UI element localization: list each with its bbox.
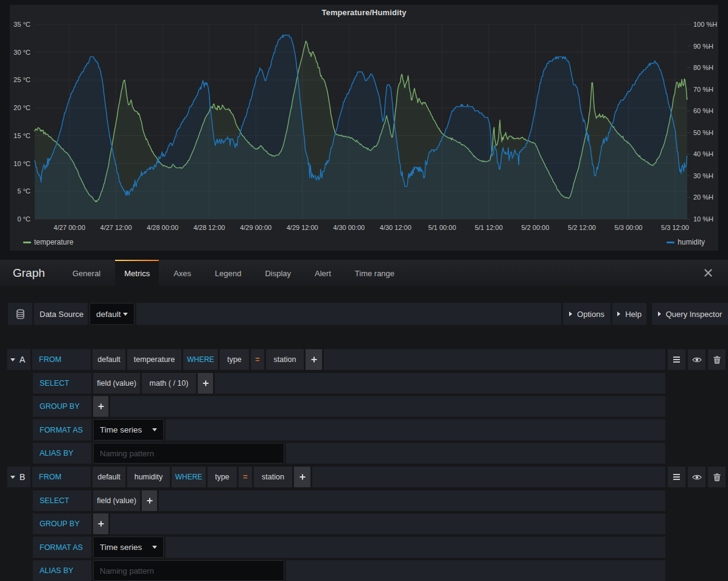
caret-down-icon [152, 428, 157, 431]
query-a-where-tag-value[interactable]: station [266, 349, 304, 370]
caret-right-icon [658, 311, 661, 316]
legend-item-temperature[interactable]: temperature [23, 238, 74, 246]
query-b-format-keyword[interactable]: FORMAT AS [33, 537, 91, 558]
x-axis-label: 5/1 00:00 [428, 224, 456, 231]
close-icon[interactable] [704, 260, 712, 286]
query-b-remove-button[interactable] [708, 467, 726, 487]
plus-icon [98, 403, 104, 409]
y-axis-right-label: 40 %H [693, 150, 713, 158]
query-a-from-keyword[interactable]: FROM [32, 349, 91, 370]
query-b-from-measurement-part[interactable]: humidity [127, 467, 170, 487]
legend-label-temperature[interactable]: temperature [34, 238, 74, 246]
y-axis-left-label: 5 °C [17, 187, 30, 195]
options-button-label: Options [577, 310, 604, 319]
query-a-remove-button[interactable] [708, 349, 726, 370]
plus-icon [299, 474, 306, 480]
query-a-format-select[interactable]: Time series [93, 419, 164, 440]
datasource-row: Data Source default Options Help Query I… [8, 303, 728, 325]
x-axis-label: 4/30 00:00 [333, 224, 365, 231]
query-b-group-by-keyword[interactable]: GROUP BY [33, 513, 91, 534]
query-b-select-field-part[interactable]: field (value) [93, 490, 140, 511]
tab-general[interactable]: General [63, 260, 110, 286]
legend-label-humidity[interactable]: humidity [677, 238, 705, 246]
query-b-collapse-toggle[interactable]: B [7, 467, 30, 487]
query-b-where-tag-value[interactable]: station [254, 467, 292, 487]
tab-metrics[interactable]: Metrics [115, 260, 159, 286]
caret-down-icon [10, 476, 15, 479]
tab-axes[interactable]: Axes [164, 260, 200, 286]
query-b-from-keyword[interactable]: FROM [32, 467, 91, 487]
query-a-select-field-part[interactable]: field (value) [93, 373, 140, 394]
query-b-where-keyword[interactable]: WHERE [172, 467, 206, 487]
x-axis-label: 5/2 00:00 [521, 224, 549, 231]
x-axis-label: 5/3 00:00 [615, 224, 643, 231]
query-a-from-row: A FROM default temperature WHERE type = … [7, 349, 665, 370]
query-b-alias-input[interactable] [93, 560, 284, 581]
query-a-where-operator[interactable]: = [251, 349, 264, 370]
query-a-group-by-row: GROUP BY [33, 396, 665, 417]
caret-down-icon [123, 313, 128, 316]
y-axis-right-label: 90 %H [693, 43, 713, 50]
options-button[interactable]: Options [563, 303, 611, 325]
query-a-where-add-button[interactable] [306, 349, 322, 370]
query-b-format-select[interactable]: Time series [93, 537, 164, 558]
query-a-group-by-add-button[interactable] [93, 396, 108, 417]
help-button-label: Help [625, 310, 642, 319]
query-inspector-button[interactable]: Query Inspector [652, 303, 728, 325]
query-a-group-by-keyword[interactable]: GROUP BY [33, 396, 91, 417]
query-b-from-datasource-part[interactable]: default [93, 467, 125, 487]
tab-display[interactable]: Display [256, 260, 300, 286]
query-a-select-keyword[interactable]: SELECT [33, 373, 91, 394]
database-icon [16, 309, 25, 319]
query-row-filler [166, 419, 665, 440]
panel-title[interactable]: Temperature/Humidity [10, 8, 718, 17]
query-b-select-keyword[interactable]: SELECT [33, 490, 91, 511]
query-b-select-add-button[interactable] [142, 490, 157, 511]
query-a-select-add-button[interactable] [198, 373, 213, 394]
query-b-alias-keyword[interactable]: ALIAS BY [33, 560, 91, 581]
query-b-where-operator[interactable]: = [239, 467, 252, 487]
y-axis-left-label: 25 °C [13, 76, 30, 83]
query-a-from-datasource-part[interactable]: default [93, 349, 125, 370]
query-a-select-row: SELECT field (value) math ( / 10) [33, 373, 665, 394]
legend-item-humidity[interactable]: humidity [667, 238, 705, 246]
query-b-format-row: FORMAT AS Time series [33, 537, 665, 558]
help-button[interactable]: Help [612, 303, 646, 325]
eye-icon [692, 357, 702, 363]
y-axis-right-label: 20 %H [693, 193, 713, 201]
time-series-chart[interactable]: 0 °C5 °C10 °C15 °C20 °C25 °C30 °C35 °C10… [10, 5, 718, 251]
query-a-menu-button[interactable] [668, 349, 685, 370]
query-b-where-tag-key[interactable]: type [208, 467, 237, 487]
y-axis-right-label: 10 %H [693, 215, 713, 223]
editor-title: Graph [13, 260, 63, 286]
query-a-where-tag-key[interactable]: type [220, 349, 249, 370]
tab-time-range[interactable]: Time range [346, 260, 404, 286]
query-row-filler [286, 443, 665, 464]
query-a-from-measurement-part[interactable]: temperature [127, 349, 181, 370]
query-a-collapse-toggle[interactable]: A [7, 349, 30, 370]
query-a-ref-letter: A [19, 355, 25, 364]
query-b-group-by-add-button[interactable] [93, 513, 108, 534]
query-row-filler [215, 373, 665, 394]
query-b-toggle-visibility-button[interactable] [688, 467, 705, 487]
query-b-group-by-row: GROUP BY [33, 513, 665, 534]
query-b-menu-button[interactable] [668, 467, 685, 487]
query-a-alias-input[interactable] [93, 443, 284, 464]
tab-legend[interactable]: Legend [206, 260, 250, 286]
query-a-select-math-part[interactable]: math ( / 10) [142, 373, 196, 394]
datasource-row-filler [136, 303, 561, 325]
query-b-where-add-button[interactable] [294, 467, 310, 487]
query-a-format-keyword[interactable]: FORMAT AS [33, 419, 91, 440]
datasource-select[interactable]: default [89, 303, 135, 325]
query-a-alias-row: ALIAS BY [33, 443, 665, 464]
tab-alert[interactable]: Alert [306, 260, 340, 286]
query-row-filler [324, 349, 665, 370]
query-a-where-keyword[interactable]: WHERE [183, 349, 218, 370]
y-axis-left-label: 15 °C [13, 132, 30, 139]
query-b-ref-letter: B [19, 472, 25, 482]
query-a-alias-keyword[interactable]: ALIAS BY [33, 443, 91, 464]
y-axis-right-label: 100 %H [693, 21, 717, 28]
query-a-toggle-visibility-button[interactable] [688, 349, 705, 370]
datasource-select-value: default [96, 310, 121, 319]
x-axis-label: 5/3 12:00 [661, 224, 689, 231]
